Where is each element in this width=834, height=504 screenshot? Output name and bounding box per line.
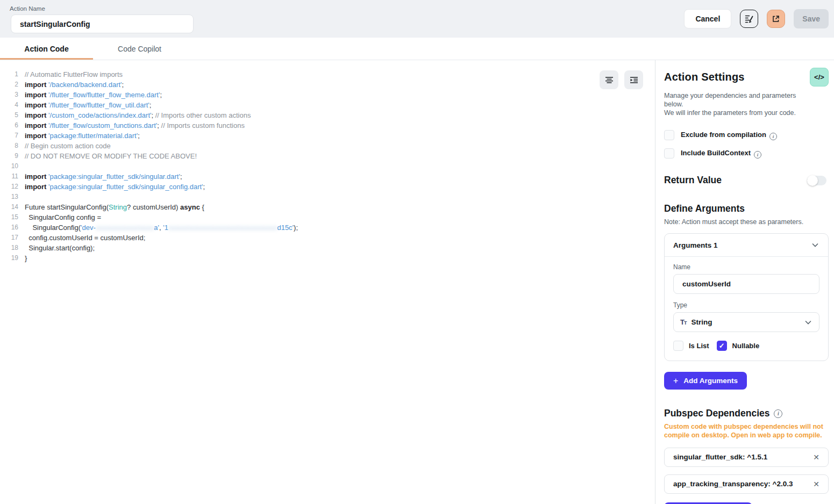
line-number: 13 xyxy=(0,192,18,202)
panel-description: Manage your dependencies and parameters … xyxy=(664,91,804,117)
panel-title: Action Settings xyxy=(664,71,745,83)
line-number: 12 xyxy=(0,182,18,192)
include-buildcontext-label: Include BuildContexti xyxy=(681,149,761,159)
code-line: 16 SingularConfig('dev-aaaaaaaaaaaaaaaa'… xyxy=(0,222,655,233)
format-code-button[interactable] xyxy=(740,10,758,28)
line-number: 9 xyxy=(0,151,18,161)
info-icon[interactable]: i xyxy=(754,151,761,159)
add-arguments-label: Add Arguments xyxy=(683,377,738,385)
code-line: 13 xyxy=(0,192,655,202)
is-list-checkbox[interactable] xyxy=(673,341,683,351)
indent-code-button[interactable] xyxy=(624,70,643,89)
code-lines: 1// Automatic FlutterFlow imports2import… xyxy=(0,69,655,263)
return-value-toggle[interactable] xyxy=(807,176,826,185)
pubspec-warning: Custom code with pubspec dependencies wi… xyxy=(664,422,829,440)
code-line: 6import '/flutter_flow/custom_functions.… xyxy=(0,120,655,131)
remove-dependency-icon[interactable]: ✕ xyxy=(812,452,821,463)
line-number: 5 xyxy=(0,110,18,120)
open-in-web-button[interactable] xyxy=(767,10,785,28)
code-line: 19} xyxy=(0,253,655,263)
argument-type-value: String xyxy=(691,318,799,326)
info-icon[interactable]: i xyxy=(769,133,777,140)
string-type-icon: TT xyxy=(680,318,686,326)
view-code-button[interactable]: </> xyxy=(810,68,829,87)
panel-description-line2: We will infer the parameters from your c… xyxy=(664,109,804,117)
include-buildcontext-text: Include BuildContext xyxy=(681,149,751,157)
code-line: 3import '/flutter_flow/flutter_flow_them… xyxy=(0,90,655,100)
line-number: 7 xyxy=(0,131,18,141)
toggle-knob xyxy=(807,175,818,186)
dependency-text: app_tracking_transparency: ^2.0.3 xyxy=(673,480,812,488)
main-content: 1// Automatic FlutterFlow imports2import… xyxy=(0,60,834,504)
dependency-pill: singular_flutter_sdk: ^1.5.1 ✕ xyxy=(664,448,829,467)
argument-name-input[interactable] xyxy=(673,274,819,294)
argument-card-title: Arguments 1 xyxy=(673,241,718,249)
line-number: 3 xyxy=(0,90,18,100)
code-line: 5import '/custom_code/actions/index.dart… xyxy=(0,110,655,120)
exclude-compilation-label: Exclude from compilationi xyxy=(681,131,777,140)
code-line: 10 xyxy=(0,161,655,171)
code-line: 17 config.customUserId = customUserId; xyxy=(0,233,655,243)
define-arguments-note: Note: Action must accept these as parame… xyxy=(664,218,829,226)
code-line: 12import 'package:singular_flutter_sdk/s… xyxy=(0,182,655,192)
align-center-icon xyxy=(604,75,614,85)
tab-code-copilot[interactable]: Code Copilot xyxy=(93,38,186,60)
chevron-down-icon xyxy=(811,241,819,249)
line-number: 16 xyxy=(0,222,18,233)
line-number: 18 xyxy=(0,243,18,253)
action-name-label: Action Name xyxy=(10,5,45,12)
line-number: 8 xyxy=(0,141,18,151)
indent-icon xyxy=(629,75,639,85)
info-icon[interactable]: i xyxy=(774,409,782,418)
dependency-pill: app_tracking_transparency: ^2.0.3 ✕ xyxy=(664,474,829,494)
is-list-label: Is List xyxy=(689,342,709,350)
argument-card-body: Name Type TT String Is List xyxy=(665,257,828,361)
argument-type-select[interactable]: TT String xyxy=(673,312,819,332)
add-arguments-button[interactable]: + Add Arguments xyxy=(664,372,747,390)
cancel-button[interactable]: Cancel xyxy=(684,9,731,28)
line-number: 17 xyxy=(0,233,18,243)
save-button[interactable]: Save xyxy=(794,9,829,28)
top-bar: Action Name Cancel xyxy=(0,0,834,38)
plus-icon: + xyxy=(673,376,678,386)
return-value-title: Return Value xyxy=(664,175,722,186)
include-buildcontext-checkbox[interactable] xyxy=(664,148,674,159)
align-code-button[interactable] xyxy=(600,70,618,89)
line-number: 2 xyxy=(0,80,18,90)
exclude-compilation-text: Exclude from compilation xyxy=(681,131,766,139)
external-link-icon xyxy=(772,15,780,23)
exclude-compilation-checkbox[interactable] xyxy=(664,130,674,140)
action-settings-panel: Action Settings </> Manage your dependen… xyxy=(655,60,834,504)
panel-description-line1: Manage your dependencies and parameters … xyxy=(664,91,804,109)
chevron-down-icon xyxy=(804,318,812,327)
argument-name-label: Name xyxy=(673,263,819,271)
line-number: 11 xyxy=(0,171,18,182)
pubspec-dependencies-title: Pubspec Dependencies xyxy=(664,408,769,419)
nullable-label: Nullable xyxy=(732,342,760,350)
code-line: 15 SingularConfig config = xyxy=(0,212,655,222)
code-line: 2import '/backend/backend.dart'; xyxy=(0,80,655,90)
action-name-input[interactable] xyxy=(11,15,194,33)
code-editor[interactable]: 1// Automatic FlutterFlow imports2import… xyxy=(0,60,655,504)
format-code-icon xyxy=(744,14,754,24)
code-line: 1// Automatic FlutterFlow imports xyxy=(0,69,655,80)
code-line: 14Future startSingularConfig(String? cus… xyxy=(0,202,655,212)
line-number: 6 xyxy=(0,120,18,131)
code-line: 11import 'package:singular_flutter_sdk/s… xyxy=(0,171,655,182)
line-number: 19 xyxy=(0,253,18,263)
code-line: 7import 'package:flutter/material.dart'; xyxy=(0,131,655,141)
editor-toolbar xyxy=(600,70,643,89)
line-number: 14 xyxy=(0,202,18,212)
tab-action-code[interactable]: Action Code xyxy=(0,38,93,60)
topbar-actions: Cancel Save xyxy=(684,9,829,28)
nullable-checkbox[interactable]: ✓ xyxy=(717,341,727,351)
code-line: 4import '/flutter_flow/flutter_flow_util… xyxy=(0,100,655,110)
remove-dependency-icon[interactable]: ✕ xyxy=(812,479,821,489)
code-line: 8// Begin custom action code xyxy=(0,141,655,151)
argument-type-label: Type xyxy=(673,301,819,309)
add-dependency-button[interactable]: + Add Dependency xyxy=(664,502,752,504)
code-line: 18 Singular.start(config); xyxy=(0,243,655,253)
dependency-text: singular_flutter_sdk: ^1.5.1 xyxy=(673,453,812,461)
code-line: 9// DO NOT REMOVE OR MODIFY THE CODE ABO… xyxy=(0,151,655,161)
argument-card-header[interactable]: Arguments 1 xyxy=(665,234,828,257)
